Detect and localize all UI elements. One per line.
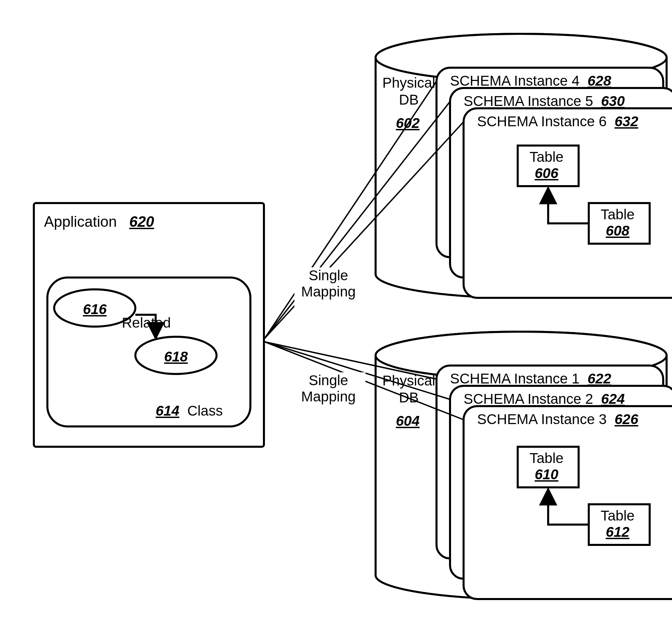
diagram-stage: Application 620 616 Related 618 614 Clas… [0, 0, 672, 640]
schema3-label: SCHEMA Instance 3 626 [477, 411, 638, 427]
schema-card-3 [464, 406, 672, 599]
table-606-label: Table606 [529, 149, 564, 181]
schema4-label: SCHEMA Instance 4 628 [450, 73, 611, 89]
table-612-label: Table612 [601, 508, 634, 540]
db-bottom-label: Physical DB [382, 372, 435, 406]
schema1-label: SCHEMA Instance 1 622 [450, 370, 611, 387]
schema5-label: SCHEMA Instance 5 630 [464, 93, 625, 109]
related-label: Related [122, 315, 171, 331]
node-a-ref: 616 [83, 301, 106, 318]
class-label: 614 Class [156, 403, 223, 419]
table-608-label: Table608 [601, 206, 634, 239]
db-top-label: Physical DB [382, 74, 435, 108]
db-top-ref: 602 [396, 115, 420, 131]
application-label: Application 620 [44, 213, 154, 230]
mapping-label-bottom: Single Mapping [301, 372, 356, 405]
mapping-label-top: Single Mapping [301, 267, 356, 300]
table-610-label: Table610 [529, 450, 564, 483]
schema2-label: SCHEMA Instance 2 624 [464, 391, 625, 407]
db-bottom-ref: 604 [396, 413, 420, 429]
schema6-label: SCHEMA Instance 6 632 [477, 113, 638, 130]
node-b-ref: 618 [164, 349, 188, 365]
